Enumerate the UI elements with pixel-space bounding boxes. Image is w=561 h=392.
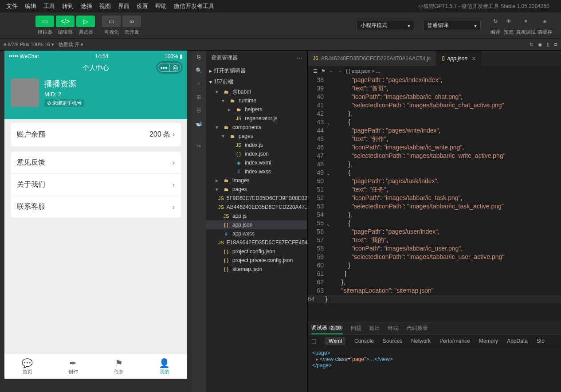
bookmark-icon[interactable]: ⚑ — [321, 68, 326, 74]
tree-item[interactable]: ▾🖿runtime — [206, 96, 307, 105]
tree-item[interactable]: { }project.config.json — [206, 247, 307, 256]
code-editor[interactable]: 38 "pagePath": "pages/index/index",39 "t… — [308, 76, 561, 322]
login-icon[interactable]: ↪ — [196, 143, 201, 149]
tree-item[interactable]: JSE18A9642ED35D6CF87ECFE454... — [206, 238, 307, 247]
wxml-tree[interactable]: <page> ▸ <view class="page">…</view> </p… — [308, 347, 561, 371]
tree-item[interactable]: ▾🖿components — [206, 123, 307, 132]
debug-tab[interactable]: 代码质量 — [407, 323, 428, 334]
tree-item[interactable]: ▾🖿pages — [206, 185, 307, 194]
editor-tab[interactable]: JSAB446240ED35D6CFCD220A470A1AAC54.js — [308, 51, 436, 66]
toolbar-icon[interactable]: ↻ — [490, 16, 501, 27]
branch-icon[interactable]: ⑂ — [197, 81, 200, 87]
menu-item[interactable]: 设置 — [133, 2, 152, 10]
close-icon[interactable]: ◎ — [169, 63, 181, 72]
tree-item[interactable]: JS5F9D60E7ED35D6CF39FB08E02... — [206, 194, 307, 203]
tree-item[interactable]: JSAB446240ED35D6CFCD220A47... — [206, 203, 307, 212]
more-icon[interactable]: ⋯ — [297, 55, 302, 61]
debug-tab[interactable]: 调试器2, 10 — [311, 322, 343, 334]
tree-item[interactable]: JSregenerator.js — [206, 114, 307, 123]
capsule[interactable]: •••◎ — [156, 61, 183, 74]
tabbar-item[interactable]: ⚑任务 — [96, 354, 141, 379]
hot-reload-toggle[interactable]: 热重载 开 ▾ — [59, 41, 83, 48]
menu-item[interactable]: 文件 — [3, 2, 21, 10]
devtools-tab[interactable]: Sources — [383, 338, 402, 344]
record-icon[interactable]: ◉ — [538, 42, 542, 47]
carrier-label: ••••• WeChat — [9, 53, 39, 59]
tree-item[interactable]: { }app.json — [206, 220, 307, 229]
debug-tab[interactable]: 终端 — [388, 323, 399, 334]
list-item[interactable]: 意见反馈› — [11, 152, 181, 174]
avatar — [11, 78, 39, 107]
menu-icon[interactable]: ••• — [158, 63, 169, 72]
tree-item[interactable]: ▾🖿pages — [206, 132, 307, 141]
tabbar-item[interactable]: 💬首页 — [4, 354, 50, 379]
menu-item[interactable]: 编辑 — [21, 2, 40, 10]
menu-item[interactable]: 帮助 — [152, 2, 170, 10]
phone-icon[interactable]: ▯ — [547, 42, 549, 47]
editor-tab[interactable]: {}app.json× — [436, 51, 481, 66]
toolbar-button[interactable]: </> — [56, 16, 75, 27]
compile-select[interactable]: 普通编译▾ — [423, 20, 481, 31]
files-icon[interactable]: ⎘ — [197, 54, 200, 60]
debug-tab[interactable]: 问题 — [351, 323, 361, 334]
toolbar-button[interactable]: ▭ — [102, 16, 121, 27]
menu-item[interactable]: 选择 — [77, 2, 96, 10]
list-icon[interactable]: ☰ — [313, 68, 318, 74]
refresh-icon[interactable]: ↻ — [530, 42, 534, 47]
toolbar-icon[interactable]: ✴ — [520, 16, 532, 27]
menu-item[interactable]: 界面 — [114, 2, 133, 10]
devtools-tab[interactable]: Performance — [439, 338, 470, 344]
docker-icon[interactable]: 🐋 — [196, 121, 202, 127]
menu-item[interactable]: 视图 — [96, 2, 114, 10]
tree-item[interactable]: JSapp.js — [206, 212, 307, 220]
window-title: 小狐狸GPT1.5.7 - 微信开发者工具 Stable 1.05.220425… — [418, 3, 549, 10]
balance-card[interactable]: 账户余额 200 条 › — [11, 123, 181, 146]
toolbar-icon[interactable]: 👁 — [503, 16, 514, 27]
menubar: 文件编辑工具转到选择视图界面设置帮助微信开发者工具 小狐狸GPT1.5.7 - … — [0, 0, 561, 12]
devtools-tab[interactable]: Wxml — [325, 337, 345, 345]
mode-select[interactable]: 小程序模式▾ — [357, 20, 414, 31]
popout-icon[interactable]: ⧉ — [554, 42, 557, 47]
toolbar-icon[interactable]: ≡ — [539, 16, 551, 27]
list-item[interactable]: 联系客服› — [11, 196, 181, 218]
forward-icon[interactable]: → — [337, 68, 342, 74]
activity-bar: ⎘ 🔍 ⑂ ⊞ ⊟ 🐋 ↪ — [192, 51, 206, 392]
toolbar-button[interactable]: ▷ — [76, 16, 95, 27]
tree-item[interactable]: ◈index.wxml — [206, 158, 307, 167]
ext-icon[interactable]: ⊞ — [196, 94, 201, 100]
debug-tab[interactable]: 输出 — [369, 323, 380, 334]
devtools-tab[interactable]: Network — [411, 338, 431, 344]
search-icon[interactable]: 🔍 — [196, 67, 202, 74]
opened-editors-section[interactable]: ▸打开的编辑器 — [206, 65, 307, 76]
tree-item[interactable]: ▾🖿@babel — [206, 87, 307, 96]
device-select[interactable]: e 6/7/8 Plus 100% 16 ▾ — [4, 42, 54, 47]
list-item[interactable]: 关于我们› — [11, 174, 181, 196]
tree-item[interactable]: { }sitemap.json — [206, 265, 307, 274]
devtools-tab[interactable]: Sto — [537, 338, 545, 344]
tree-item[interactable]: ▸🖿images — [206, 176, 307, 185]
menu-item[interactable]: 工具 — [40, 2, 59, 10]
tabbar-item[interactable]: ✒创作 — [50, 354, 96, 379]
menu-item[interactable]: 微信开发者工具 — [170, 2, 218, 10]
toolbar-button[interactable]: ▭ — [35, 16, 54, 27]
tree-item[interactable]: { }index.json — [206, 149, 307, 158]
toolbar-button[interactable]: ∞ — [122, 16, 141, 27]
tree-item[interactable]: { }project.private.config.json — [206, 256, 307, 265]
tree-item[interactable]: #app.wxss — [206, 229, 307, 238]
tree-item[interactable]: #index.wxss — [206, 167, 307, 176]
tree-item[interactable]: ▸🖿helpers — [206, 105, 307, 114]
back-icon[interactable]: ← — [329, 68, 334, 74]
devtools-tab[interactable]: Memory — [479, 338, 498, 344]
menu-item[interactable]: 转到 — [59, 2, 77, 10]
tabbar-item[interactable]: 👤我的 — [141, 354, 187, 379]
statusbar: e 6/7/8 Plus 100% 16 ▾ 热重载 开 ▾ ↻ ◉ ▯ ⧉ — [0, 39, 561, 51]
close-icon[interactable]: × — [472, 55, 475, 62]
tree-item[interactable]: JSindex.js — [206, 141, 307, 149]
devtools-tab[interactable]: Console — [354, 338, 374, 344]
ext2-icon[interactable]: ⊟ — [196, 107, 201, 114]
simulator-panel: ••••• WeChat 14:54 100% ▮ 个人中心 •••◎ 播播资源… — [0, 51, 192, 392]
breadcrumb[interactable]: ☰ ⚑ ← → { } app.json > ... — [308, 66, 561, 76]
devtools-tab[interactable]: AppData — [507, 338, 528, 344]
project-section[interactable]: ▾157前端 — [206, 76, 307, 87]
inspect-icon[interactable]: ⬚ — [311, 338, 316, 344]
